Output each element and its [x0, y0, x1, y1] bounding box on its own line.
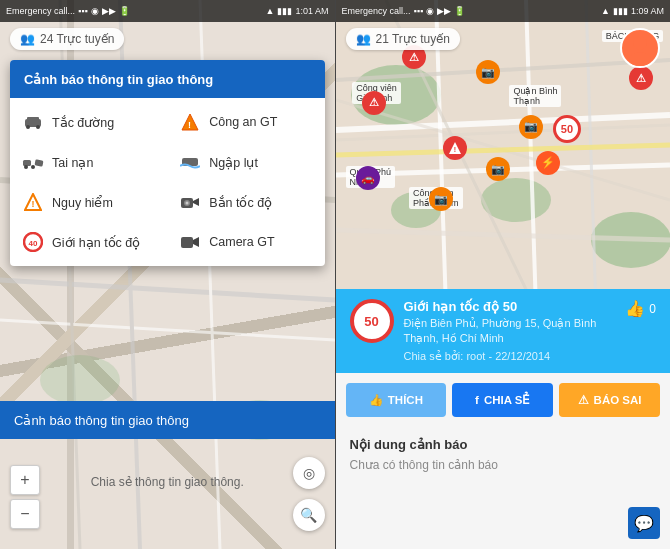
wifi-icon-r: ▲ [601, 6, 610, 16]
loc-icon-r: ◉ [426, 6, 434, 16]
svg-marker-22 [193, 198, 199, 206]
share-text: Chia sẻ thông tin giao thông. [0, 475, 335, 489]
fb-icon: f [475, 394, 479, 406]
map-label-binhthanh: Quận BìnhThạnh [509, 85, 561, 107]
like-button[interactable]: 👍 THÍCH [346, 383, 447, 417]
menu-item-tainan[interactable]: Tai nạn [10, 142, 167, 182]
svg-point-16 [24, 165, 28, 169]
warning-icon: ! [179, 111, 201, 133]
online-badge-right: 👥 21 Trực tuyến [346, 28, 460, 50]
report-button[interactable]: ⚠ BÁO SAI [559, 383, 660, 417]
menu-header: Cảnh báo thông tin giao thông [10, 60, 325, 98]
svg-text:40: 40 [29, 239, 38, 248]
action-buttons: 👍 THÍCH f CHIA SẺ ⚠ BÁO SAI [336, 373, 671, 427]
time-display: 1:01 AM [295, 6, 328, 16]
marker-camera-3[interactable]: 📷 [486, 157, 510, 181]
menu-label-cameragt: Camera GT [209, 235, 274, 249]
menu-label-tacduong: Tắc đường [52, 115, 114, 130]
info-title: Giới hạn tốc độ 50 [404, 299, 616, 314]
menu-grid: Tắc đường ! Công an GT Tai nạn Ngập lụt [10, 98, 325, 266]
menu-header-text: Cảnh báo thông tin giao thông [24, 72, 213, 87]
status-right-left-text: Emergency call... [342, 6, 411, 16]
crash-icon [22, 151, 44, 173]
users-icon: 👥 [20, 32, 35, 46]
svg-line-1 [0, 320, 335, 340]
time-display-right: 1:09 AM [631, 6, 664, 16]
online-count-right: 21 Trực tuyến [376, 32, 450, 46]
signal-icon-r: ▪▪▪ [414, 6, 424, 16]
svg-line-0 [0, 280, 335, 300]
menu-label-giohantocdo: Giới hạn tốc độ [52, 235, 140, 250]
battery-icon: 🔋 [119, 6, 130, 16]
wifi-icon: ▲ [266, 6, 275, 16]
like-count: 👍 0 [625, 299, 656, 318]
chat-icon: 💬 [634, 514, 654, 533]
speed-sign: 50 [350, 299, 394, 343]
avatar-right[interactable] [620, 28, 660, 68]
menu-label-tainan: Tai nạn [52, 155, 93, 170]
svg-point-47 [633, 36, 647, 50]
svg-point-48 [629, 52, 651, 66]
svg-rect-27 [181, 237, 193, 248]
report-icon: ⚠ [578, 393, 589, 407]
menu-item-ngaplut[interactable]: Ngập lụt [167, 142, 324, 182]
marker-purple-1[interactable]: 🚗 [356, 166, 380, 190]
search-button-left[interactable]: 🔍 [293, 499, 325, 531]
banner-text: Cảnh báo thông tin giao thông [14, 413, 189, 428]
svg-point-6 [40, 355, 120, 405]
info-meta: Chia sẻ bởi: root - 22/12/2014 [404, 350, 616, 363]
search-icon: 🔍 [300, 507, 317, 523]
menu-item-nguyhiem[interactable]: ! Nguy hiểm [10, 182, 167, 222]
users-icon-right: 👥 [356, 32, 371, 46]
info-card-header: 50 Giới hạn tốc độ 50 Điện Biên Phủ, Phư… [336, 289, 671, 373]
svg-text:!: ! [188, 120, 191, 130]
location-icon: ◉ [91, 6, 99, 16]
warning-title: Nội dung cảnh báo [350, 437, 657, 452]
menu-item-bantocdo[interactable]: Bắn tốc độ [167, 182, 324, 222]
marker-alert-1[interactable]: ⚠ [362, 91, 386, 115]
menu-label-bantocdo: Bắn tốc độ [209, 195, 272, 210]
bat-icon-r: 🔋 [454, 6, 465, 16]
car-icon [22, 111, 44, 133]
zoom-out-button[interactable]: − [10, 499, 40, 529]
sig2-icon-r: ▶▶ [437, 6, 451, 16]
share-button[interactable]: f CHIA SẺ [452, 383, 553, 417]
speed-camera-icon [179, 191, 201, 213]
menu-item-cameragt[interactable]: Camera GT [167, 222, 324, 262]
status-left-text: Emergency call... [6, 6, 75, 16]
menu-label-congangt: Công an GT [209, 115, 277, 129]
svg-point-24 [186, 202, 189, 205]
locate-button[interactable]: ◎ [293, 457, 325, 489]
menu-item-giohantocdo[interactable]: 40 Giới hạn tốc độ [10, 222, 167, 262]
menu-item-tacduong[interactable]: Tắc đường [10, 102, 167, 142]
marker-lightning[interactable]: ⚡ [536, 151, 560, 175]
signal2-icon: ▶▶ [102, 6, 116, 16]
signal-icon: ▪▪▪ [78, 6, 88, 16]
info-address: Điện Biên Phủ, Phường 15, Quận Bình Thạn… [404, 316, 616, 347]
zoom-in-button[interactable]: + [10, 465, 40, 495]
svg-point-10 [26, 125, 30, 129]
svg-rect-14 [23, 160, 31, 166]
svg-rect-9 [27, 117, 39, 121]
warning-section: Nội dung cảnh báo Chưa có thông tin cảnh… [336, 427, 671, 482]
status-bar-left: Emergency call... ▪▪▪ ◉ ▶▶ 🔋 ▲ ▮▮▮ 1:01 … [0, 0, 335, 22]
warning-content: Chưa có thông tin cảnh báo [350, 458, 657, 472]
blue-banner: Cảnh báo thông tin giao thông [0, 401, 335, 439]
menu-item-congangt[interactable]: ! Công an GT [167, 102, 324, 142]
left-panel: Emergency call... ▪▪▪ ◉ ▶▶ 🔋 ▲ ▮▮▮ 1:01 … [0, 0, 335, 549]
map-controls-left: + − [10, 465, 40, 529]
svg-point-11 [36, 125, 40, 129]
svg-text:!: ! [453, 146, 455, 153]
status-bar-right: Emergency call... ▪▪▪ ◉ ▶▶ 🔋 ▲ ▮▮▮ 1:09 … [336, 0, 671, 22]
flood-icon [179, 151, 201, 173]
chat-button[interactable]: 💬 [628, 507, 660, 539]
info-card: 50 Giới hạn tốc độ 50 Điện Biên Phủ, Phư… [336, 289, 671, 549]
svg-point-17 [31, 165, 35, 169]
thumb-like-icon: 👍 [369, 393, 383, 407]
camera-icon [179, 231, 201, 253]
locate-icon: ◎ [303, 465, 315, 481]
bat-level-r: ▮▮▮ [613, 6, 628, 16]
marker-speed-50[interactable]: 50 [553, 115, 581, 143]
menu-label-nguyhiem: Nguy hiểm [52, 195, 113, 210]
marker-alert-2[interactable]: ! [443, 136, 467, 160]
